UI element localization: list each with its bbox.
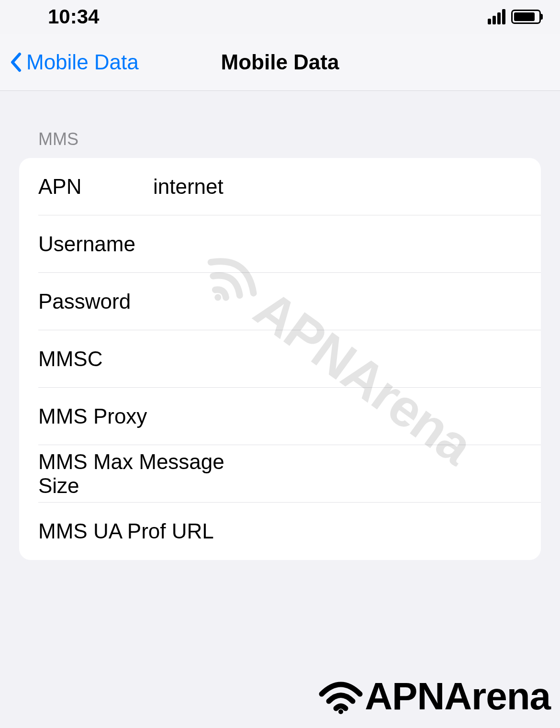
status-icons bbox=[488, 9, 541, 24]
settings-group-mms: APN Username Password MMSC MMS P bbox=[19, 158, 541, 560]
input-mmsc[interactable] bbox=[153, 347, 522, 371]
input-username[interactable] bbox=[153, 232, 522, 256]
row-label-mms-max-size: MMS Max Message Size bbox=[38, 450, 259, 498]
row-mmsc[interactable]: MMSC bbox=[19, 330, 541, 388]
status-bar: 10:34 bbox=[0, 0, 560, 34]
row-label-username: Username bbox=[38, 232, 153, 256]
input-apn[interactable] bbox=[153, 175, 522, 199]
input-mms-ua-prof[interactable] bbox=[259, 519, 522, 543]
row-username[interactable]: Username bbox=[19, 215, 541, 273]
svg-point-1 bbox=[338, 709, 343, 714]
row-mms-ua-prof[interactable]: MMS UA Prof URL bbox=[19, 503, 541, 560]
signal-icon bbox=[488, 9, 505, 24]
content-area: MMS APN Username Password MMSC bbox=[0, 91, 560, 579]
footer-logo-text: APNArena bbox=[365, 674, 550, 718]
nav-bar: Mobile Data Mobile Data bbox=[0, 34, 560, 91]
input-mms-proxy[interactable] bbox=[259, 404, 522, 428]
row-label-mmsc: MMSC bbox=[38, 347, 153, 371]
row-label-apn: APN bbox=[38, 175, 153, 199]
chevron-left-icon bbox=[10, 52, 22, 72]
battery-icon bbox=[511, 10, 541, 24]
back-button[interactable]: Mobile Data bbox=[10, 50, 139, 74]
row-label-password: Password bbox=[38, 290, 153, 314]
input-mms-max-size[interactable] bbox=[259, 462, 522, 486]
wifi-icon bbox=[317, 677, 365, 716]
row-label-mms-ua-prof: MMS UA Prof URL bbox=[38, 519, 259, 543]
status-time: 10:34 bbox=[48, 5, 99, 28]
back-button-label: Mobile Data bbox=[26, 50, 139, 74]
row-mms-proxy[interactable]: MMS Proxy bbox=[19, 388, 541, 445]
section-header-mms: MMS bbox=[38, 129, 541, 149]
footer-logo: APNArena bbox=[317, 674, 550, 718]
row-mms-max-size[interactable]: MMS Max Message Size bbox=[19, 445, 541, 503]
row-password[interactable]: Password bbox=[19, 273, 541, 330]
page-title: Mobile Data bbox=[221, 50, 339, 74]
input-password[interactable] bbox=[153, 290, 522, 314]
row-apn[interactable]: APN bbox=[19, 158, 541, 215]
row-label-mms-proxy: MMS Proxy bbox=[38, 404, 259, 428]
